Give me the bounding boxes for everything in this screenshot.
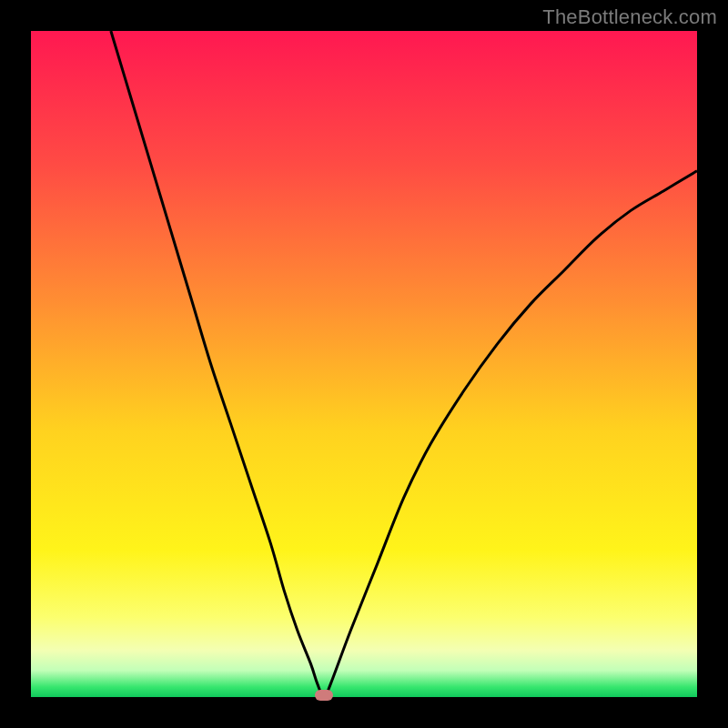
- chart-plot-area: [31, 31, 697, 697]
- bottleneck-curve: [31, 31, 697, 697]
- curve-path: [111, 31, 697, 697]
- optimum-marker: [315, 690, 333, 701]
- watermark-text: TheBottleneck.com: [542, 5, 717, 29]
